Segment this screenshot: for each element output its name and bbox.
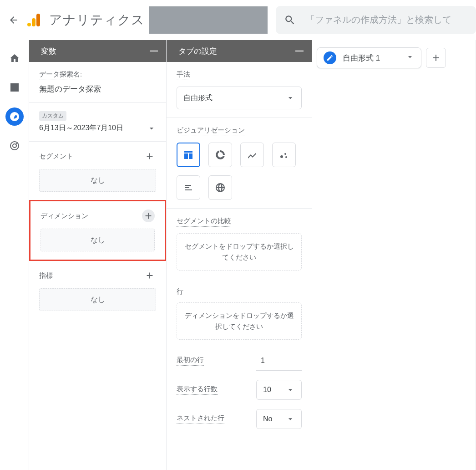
- add-tab-button[interactable]: [426, 48, 446, 68]
- viz-geo[interactable]: [208, 175, 232, 200]
- plus-icon: [143, 211, 153, 221]
- dimensions-empty[interactable]: なし: [41, 229, 155, 251]
- viz-line[interactable]: [240, 143, 264, 167]
- search-placeholder: 「ファネルの作成方法」と検索して: [306, 14, 451, 26]
- chevron-down-icon: [405, 52, 415, 61]
- chevron-down-icon: [147, 124, 156, 133]
- viz-donut[interactable]: [208, 143, 232, 167]
- svg-point-4: [285, 156, 287, 158]
- metrics-label: 指標: [39, 271, 53, 280]
- tab-freeform[interactable]: 自由形式 1: [317, 47, 421, 68]
- left-nav: [0, 40, 29, 470]
- donut-icon: [215, 149, 226, 160]
- back-button[interactable]: [0, 15, 27, 26]
- scatter-icon: [279, 149, 289, 160]
- nav-home[interactable]: [5, 49, 24, 67]
- add-dimension-button[interactable]: [142, 209, 155, 222]
- viz-label: ビジュアリゼーション: [177, 126, 245, 136]
- chevron-down-icon: [286, 385, 295, 394]
- collapse-button[interactable]: [295, 51, 304, 51]
- plus-icon: [145, 271, 155, 281]
- exploration-name-value[interactable]: 無題のデータ探索: [39, 84, 156, 94]
- chevron-down-icon: [286, 414, 295, 424]
- collapse-button[interactable]: [150, 51, 158, 51]
- plus-icon: [430, 52, 441, 63]
- search-input[interactable]: 「ファネルの作成方法」と検索して: [276, 6, 476, 34]
- metrics-section: 指標 なし: [29, 261, 166, 319]
- panel-header-tab-settings: タブの設定: [167, 40, 312, 62]
- add-segment-button[interactable]: [143, 150, 156, 163]
- method-select[interactable]: 自由形式: [177, 87, 302, 109]
- rows-section: 行 ディメンションをドロップするか選択してください 最初の行 1 表示する行数 …: [167, 279, 312, 437]
- plus-icon: [145, 151, 155, 161]
- method-value: 自由形式: [183, 93, 213, 103]
- explore-icon: [9, 111, 20, 122]
- globe-icon: [215, 182, 226, 193]
- target-icon: [9, 140, 20, 151]
- add-metric-button[interactable]: [143, 269, 156, 282]
- show-rows-select[interactable]: 10: [256, 380, 302, 400]
- show-rows-label: 表示する行数: [177, 385, 218, 395]
- dimensions-label: ディメンション: [41, 212, 88, 220]
- date-range-value: 6月13日～2023年7月10日: [39, 123, 123, 133]
- viz-bar[interactable]: [177, 175, 200, 200]
- segments-empty[interactable]: なし: [39, 169, 156, 192]
- top-bar: アナリティクス 「ファネルの作成方法」と検索して: [0, 0, 476, 40]
- pencil-icon: [326, 54, 334, 61]
- panel-header-variables: 変数: [29, 40, 166, 62]
- panel-title: タブの設定: [178, 46, 217, 56]
- redacted-property: [149, 6, 268, 34]
- table-icon: [183, 149, 194, 160]
- search-icon: [284, 14, 296, 26]
- line-icon: [247, 149, 258, 160]
- nested-select[interactable]: No: [256, 409, 302, 429]
- exploration-name-section: データ探索名: 無題のデータ探索: [29, 62, 166, 103]
- date-range-section: カスタム 6月13日～2023年7月10日: [29, 103, 166, 142]
- nested-label: ネストされた行: [177, 414, 224, 424]
- bar-chart-icon: [9, 82, 20, 93]
- variables-panel: 変数 データ探索名: 無題のデータ探索 カスタム 6月13日～2023年7月10…: [29, 40, 167, 470]
- exploration-name-label: データ探索名:: [39, 70, 82, 80]
- date-range-picker[interactable]: 6月13日～2023年7月10日: [39, 123, 156, 133]
- method-section: 手法 自由形式: [167, 62, 312, 118]
- arrow-left-icon: [8, 15, 19, 26]
- rows-drop[interactable]: ディメンションをドロップするか選択してください: [177, 302, 302, 340]
- home-icon: [9, 53, 20, 64]
- viz-scatter[interactable]: [272, 143, 296, 167]
- analytics-logo: [27, 14, 41, 26]
- app-title: アナリティクス: [49, 11, 145, 29]
- canvas-area: 自由形式 1: [312, 40, 476, 470]
- edit-icon-circle: [324, 51, 336, 64]
- viz-table[interactable]: [177, 143, 200, 167]
- seg-compare-label: セグメントの比較: [177, 217, 231, 227]
- tab-chevron[interactable]: [405, 52, 415, 63]
- svg-point-1: [13, 144, 16, 148]
- date-badge: カスタム: [39, 111, 66, 121]
- visualization-section: ビジュアリゼーション: [167, 118, 312, 209]
- bar-icon: [183, 182, 194, 193]
- nav-reports[interactable]: [5, 78, 24, 97]
- rows-label: 行: [177, 287, 302, 296]
- segments-section: セグメント なし: [29, 142, 166, 200]
- tab-label: 自由形式 1: [343, 53, 399, 63]
- chevron-down-icon: [286, 93, 295, 102]
- nav-admin[interactable]: [5, 137, 24, 155]
- svg-point-2: [280, 155, 283, 158]
- metrics-empty[interactable]: なし: [39, 288, 156, 311]
- panel-title: 変数: [41, 46, 56, 56]
- svg-point-3: [284, 153, 286, 155]
- segment-compare-section: セグメントの比較 セグメントをドロップするか選択してください: [167, 209, 312, 279]
- tab-settings-panel: タブの設定 手法 自由形式 ビジュアリゼーション セグメントの比較 セグメントを: [167, 40, 312, 470]
- method-label: 手法: [177, 70, 190, 80]
- seg-compare-drop[interactable]: セグメントをドロップするか選択してください: [177, 233, 302, 271]
- segments-label: セグメント: [39, 152, 73, 161]
- first-row-label: 最初の行: [177, 356, 204, 366]
- first-row-input[interactable]: 1: [256, 351, 302, 371]
- dimensions-section-highlighted: ディメンション なし: [29, 200, 166, 261]
- nav-explore[interactable]: [5, 107, 24, 126]
